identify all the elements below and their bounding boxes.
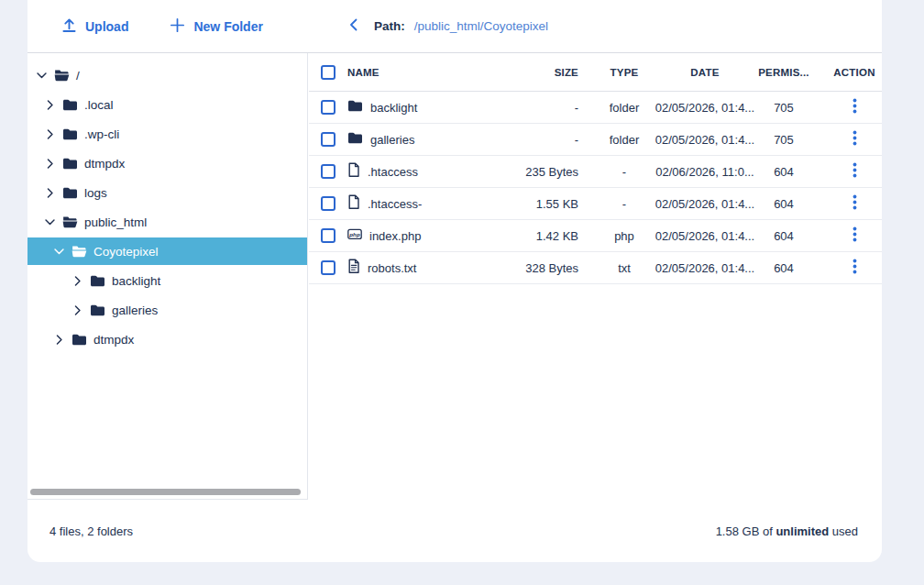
folder-icon — [72, 333, 87, 347]
table-row[interactable]: robots.txt 328 Bytes txt 02/05/2026, 01:… — [309, 252, 882, 284]
new-folder-label: New Folder — [193, 19, 262, 34]
tree-item-dtmpdx-child[interactable]: dtmpdx — [28, 325, 307, 354]
folder-icon — [347, 99, 363, 116]
file-date: 02/05/2026, 01:4... — [670, 133, 740, 147]
directory-tree-panel: / .local .wp-cli dtmpdx logs public_html — [28, 53, 308, 500]
column-header-action: ACTION — [828, 67, 881, 78]
horizontal-scrollbar[interactable] — [30, 489, 301, 495]
back-button[interactable] — [339, 0, 368, 52]
kebab-icon — [852, 98, 857, 116]
kebab-icon — [852, 259, 857, 277]
disk-usage: 1.58 GB of unlimited used — [716, 524, 858, 538]
kebab-icon — [852, 226, 857, 245]
row-checkbox[interactable] — [321, 164, 336, 179]
chevron-right-icon[interactable] — [53, 334, 65, 346]
file-icon — [347, 162, 360, 181]
chevron-down-icon[interactable] — [53, 246, 65, 258]
row-actions-button[interactable] — [828, 127, 881, 152]
tree-item-logs[interactable]: logs — [28, 178, 307, 207]
chevron-right-icon[interactable] — [44, 128, 56, 140]
column-header-name[interactable]: NAME — [347, 67, 474, 78]
row-checkbox[interactable] — [321, 260, 336, 275]
file-name[interactable]: robots.txt — [368, 261, 416, 275]
column-header-permissions[interactable]: PERMIS... — [740, 67, 828, 78]
folder-icon — [62, 186, 78, 200]
file-size: - — [474, 133, 578, 147]
table-row[interactable]: index.php 1.42 KB php 02/05/2026, 01:4..… — [309, 220, 882, 252]
row-actions-button[interactable] — [828, 223, 881, 248]
column-header-type[interactable]: TYPE — [578, 67, 670, 78]
table-row[interactable]: .htaccess 235 Bytes - 02/06/2026, 11:0..… — [309, 156, 882, 188]
tree-item-label: .local — [84, 98, 114, 112]
row-checkbox[interactable] — [321, 196, 336, 211]
toolbar: Upload New Folder Path: /public_html/Coy… — [28, 0, 882, 53]
tree-item-dtmpdx[interactable]: dtmpdx — [28, 149, 307, 178]
select-all-checkbox[interactable] — [321, 65, 336, 80]
table-row[interactable]: galleries - folder 02/05/2026, 01:4... 7… — [309, 124, 882, 156]
file-name[interactable]: index.php — [369, 229, 421, 243]
breadcrumb: Path: /public_html/Coyotepixel — [374, 0, 548, 52]
file-date: 02/05/2026, 01:4... — [670, 197, 740, 211]
row-actions-button[interactable] — [828, 255, 881, 281]
chevron-right-icon[interactable] — [44, 99, 56, 111]
file-permissions: 604 — [740, 197, 828, 211]
path-value[interactable]: /public_html/Coyotepixel — [414, 19, 548, 33]
row-actions-button[interactable] — [828, 159, 881, 184]
folder-icon — [62, 98, 78, 112]
file-date: 02/05/2026, 01:4... — [670, 101, 740, 115]
file-table: NAME SIZE TYPE DATE PERMIS... ACTION bac… — [309, 53, 882, 284]
upload-icon — [60, 17, 78, 37]
kebab-icon — [852, 194, 857, 213]
txt-file-icon — [347, 259, 360, 277]
tree-item-public-html[interactable]: public_html — [28, 207, 307, 237]
tree-item-coyotepixel-selected[interactable]: Coyotepixel — [28, 237, 307, 265]
file-name[interactable]: .htaccess- — [368, 197, 422, 211]
tree-item-label: .wp-cli — [84, 127, 119, 141]
file-name[interactable]: .htaccess — [368, 165, 418, 179]
tree-item-backlight[interactable]: backlight — [28, 266, 307, 295]
row-checkbox[interactable] — [321, 228, 336, 243]
chevron-right-icon[interactable] — [72, 275, 83, 287]
chevron-down-icon[interactable] — [44, 216, 56, 228]
folder-open-icon — [62, 215, 78, 229]
folder-icon — [90, 304, 105, 317]
column-header-date[interactable]: DATE — [670, 67, 740, 78]
chevron-right-icon[interactable] — [72, 304, 83, 316]
new-folder-button[interactable]: New Folder — [169, 17, 262, 37]
file-date: 02/05/2026, 01:4... — [670, 261, 740, 275]
file-permissions: 705 — [740, 101, 828, 115]
chevron-down-icon[interactable] — [36, 70, 48, 82]
row-actions-button[interactable] — [828, 191, 881, 216]
file-size: 328 Bytes — [474, 261, 578, 275]
file-permissions: 604 — [740, 229, 828, 243]
file-size: 1.55 KB — [474, 197, 578, 211]
tree-item-label: Coyotepixel — [94, 245, 159, 259]
tree-item-label: dtmpdx — [84, 157, 125, 171]
tree-item-label: / — [76, 69, 80, 83]
table-row[interactable]: backlight - folder 02/05/2026, 01:4... 7… — [309, 92, 882, 124]
path-label: Path: — [374, 19, 405, 33]
file-permissions: 705 — [740, 133, 828, 147]
row-checkbox[interactable] — [321, 100, 336, 115]
tree-item-label: logs — [84, 186, 107, 200]
tree-item-local[interactable]: .local — [28, 90, 307, 119]
tree-item-wp-cli[interactable]: .wp-cli — [28, 119, 307, 149]
row-checkbox[interactable] — [321, 132, 336, 147]
tree-item-root[interactable]: / — [28, 61, 307, 90]
column-header-size[interactable]: SIZE — [474, 67, 578, 78]
file-size: 1.42 KB — [474, 229, 578, 243]
chevron-right-icon[interactable] — [44, 158, 56, 170]
upload-button[interactable]: Upload — [60, 17, 128, 37]
folder-icon — [347, 131, 363, 148]
file-name[interactable]: backlight — [370, 101, 417, 115]
tree-item-galleries[interactable]: galleries — [28, 295, 307, 325]
disk-usage-limit: unlimited — [776, 524, 829, 538]
table-row[interactable]: .htaccess- 1.55 KB - 02/05/2026, 01:4...… — [309, 188, 882, 220]
file-name[interactable]: galleries — [370, 133, 414, 147]
row-actions-button[interactable] — [828, 94, 881, 120]
chevron-right-icon[interactable] — [44, 187, 56, 199]
file-permissions: 604 — [740, 261, 828, 275]
file-icon — [347, 194, 360, 213]
plus-icon — [169, 17, 186, 37]
folder-icon — [62, 157, 78, 171]
